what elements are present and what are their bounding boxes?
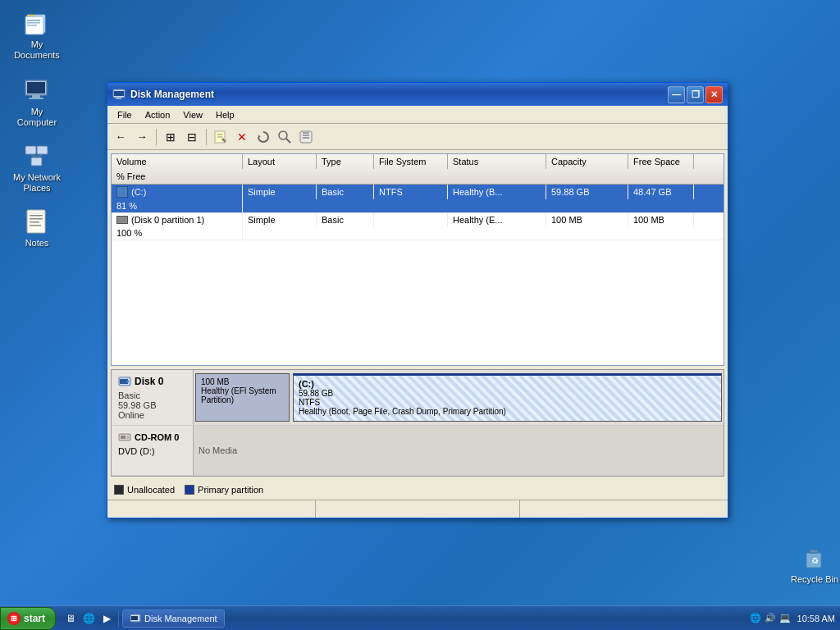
windows-logo: ⊞ xyxy=(7,612,21,625)
mycomp-icon xyxy=(24,77,50,103)
legend: Unallocated Primary partition xyxy=(107,480,728,500)
maximize-button[interactable]: ❒ xyxy=(687,86,704,103)
clock: 10:58 AM xyxy=(797,614,835,623)
col-freespace[interactable]: Free Space xyxy=(628,154,694,169)
toolbar-refresh[interactable] xyxy=(253,127,273,147)
svg-line-35 xyxy=(286,139,290,143)
row2-status: Healthy (E... xyxy=(448,213,546,226)
svg-rect-6 xyxy=(27,20,40,21)
menu-action[interactable]: Action xyxy=(139,108,177,121)
svg-rect-8 xyxy=(27,25,37,26)
quick-launch: 🖥 🌐 ▶ xyxy=(59,610,119,627)
disk-icon xyxy=(116,216,128,224)
taskbar-disk-management[interactable]: Disk Management xyxy=(122,609,225,628)
close-button[interactable]: ✕ xyxy=(705,86,723,103)
tray-monitor[interactable]: 💻 xyxy=(779,613,791,623)
mynet-label: My Network Places xyxy=(11,172,62,194)
svg-text:♻: ♻ xyxy=(811,556,819,565)
desktop-icon-mynet[interactable]: My Network Places xyxy=(8,139,66,197)
start-button[interactable]: ⊞ start xyxy=(0,607,56,630)
desktop-icon-recycle[interactable]: ♻ Recycle Bin xyxy=(786,541,840,588)
row2-type: Basic xyxy=(317,213,374,226)
toolbar-new[interactable] xyxy=(211,127,231,147)
toolbar-help[interactable] xyxy=(296,127,316,147)
col-layout[interactable]: Layout xyxy=(243,154,317,169)
svg-rect-22 xyxy=(30,225,41,226)
recycle-icon: ♻ xyxy=(801,545,828,571)
unallocated-swatch xyxy=(114,485,124,495)
col-status[interactable]: Status xyxy=(448,154,546,169)
primary-swatch xyxy=(185,485,194,495)
row2-volume: (Disk 0 partition 1) xyxy=(112,213,243,226)
svg-rect-47 xyxy=(131,616,138,620)
system-tray: 🌐 🔊 💻 10:58 AM xyxy=(750,613,840,623)
col-type[interactable]: Type xyxy=(317,154,374,169)
mynet-icon xyxy=(24,143,50,169)
show-desktop-btn[interactable]: 🖥 xyxy=(62,610,79,627)
menu-file[interactable]: File xyxy=(111,108,139,121)
toolbar-grid[interactable]: ⊞ xyxy=(161,127,180,147)
table-header: Volume Layout Type File System Status Ca… xyxy=(112,154,724,185)
svg-point-34 xyxy=(279,131,287,139)
svg-point-42 xyxy=(127,381,130,383)
primary-partition[interactable]: (C:) 59.88 GB NTFS Healthy (Boot, Page F… xyxy=(293,373,722,422)
cdrom-content: No Media xyxy=(194,426,724,475)
window-title-text: Disk Management xyxy=(130,89,663,100)
browser-btn[interactable]: 🌐 xyxy=(80,610,97,627)
row1-status: Healthy (B... xyxy=(448,185,546,199)
cdrom-label: CD-ROM 0 DVD (D:) xyxy=(112,426,194,475)
col-percentfree[interactable]: % Free xyxy=(112,169,243,184)
volume-table: Volume Layout Type File System Status Ca… xyxy=(111,153,724,366)
status-seg1 xyxy=(111,500,316,518)
svg-rect-13 xyxy=(25,146,36,154)
row2-fs xyxy=(374,213,448,226)
efi-partition[interactable]: 100 MB Healthy (EFI System Partition) xyxy=(195,373,290,422)
toolbar-find[interactable] xyxy=(275,127,294,147)
table-row[interactable]: (Disk 0 partition 1) Simple Basic Health… xyxy=(112,213,724,240)
col-volume[interactable]: Volume xyxy=(112,154,243,169)
row2-capacity: 100 MB xyxy=(546,213,628,226)
toolbar-forward[interactable]: → xyxy=(132,127,152,147)
row2-freespace: 100 MB xyxy=(628,213,694,226)
row1-capacity: 59.88 GB xyxy=(546,185,628,199)
disk0-icon xyxy=(118,375,131,388)
col-capacity[interactable]: Capacity xyxy=(546,154,628,169)
legend-unallocated: Unallocated xyxy=(114,485,175,495)
window-title-icon xyxy=(112,87,126,102)
row1-fs: NTFS xyxy=(374,185,448,199)
media-btn[interactable]: ▶ xyxy=(98,610,115,627)
disk-management-window: Disk Management — ❒ ✕ File Action View H… xyxy=(107,82,728,518)
notes-icon xyxy=(24,208,50,235)
toolbar-list[interactable]: ⊟ xyxy=(182,127,202,147)
minimize-button[interactable]: — xyxy=(668,86,685,103)
menu-help[interactable]: Help xyxy=(209,108,241,121)
svg-rect-14 xyxy=(37,146,48,154)
tray-speaker[interactable]: 🔊 xyxy=(765,613,776,623)
table-row[interactable]: (C:) Simple Basic NTFS Healthy (B... 59.… xyxy=(112,185,724,213)
svg-rect-11 xyxy=(32,95,40,98)
taskbar: ⊞ start 🖥 🌐 ▶ Disk Management 🌐 🔊 💻 10:5… xyxy=(0,605,840,630)
svg-rect-20 xyxy=(30,218,43,220)
window-titlebar: Disk Management — ❒ ✕ xyxy=(107,83,728,106)
col-filesystem[interactable]: File System xyxy=(374,154,448,169)
toolbar-sep1 xyxy=(156,129,157,145)
svg-rect-10 xyxy=(27,82,45,94)
desktop-icon-mydocs[interactable]: My Documents xyxy=(8,7,66,64)
status-seg2 xyxy=(316,500,521,518)
mydocs-icon xyxy=(24,10,50,36)
tray-network[interactable]: 🌐 xyxy=(750,613,761,623)
desktop-icon-mycomp[interactable]: My Computer xyxy=(8,74,66,131)
cdrom-row: CD-ROM 0 DVD (D:) No Media xyxy=(112,426,724,476)
toolbar-back[interactable]: ← xyxy=(111,127,130,147)
table-body: (C:) Simple Basic NTFS Healthy (B... 59.… xyxy=(112,185,724,365)
desktop-icon-notes[interactable]: Notes xyxy=(8,205,66,252)
disk0-content: 100 MB Healthy (EFI System Partition) (C… xyxy=(194,370,724,425)
svg-rect-28 xyxy=(114,91,124,96)
svg-line-16 xyxy=(30,154,37,158)
svg-rect-44 xyxy=(121,436,126,439)
svg-rect-15 xyxy=(31,158,42,166)
menu-view[interactable]: View xyxy=(176,108,209,121)
row1-freespace: 48.47 GB xyxy=(628,185,694,199)
disk0-label: Disk 0 Basic 59.98 GB Online xyxy=(112,370,194,425)
toolbar-delete[interactable]: ✕ xyxy=(232,127,252,147)
